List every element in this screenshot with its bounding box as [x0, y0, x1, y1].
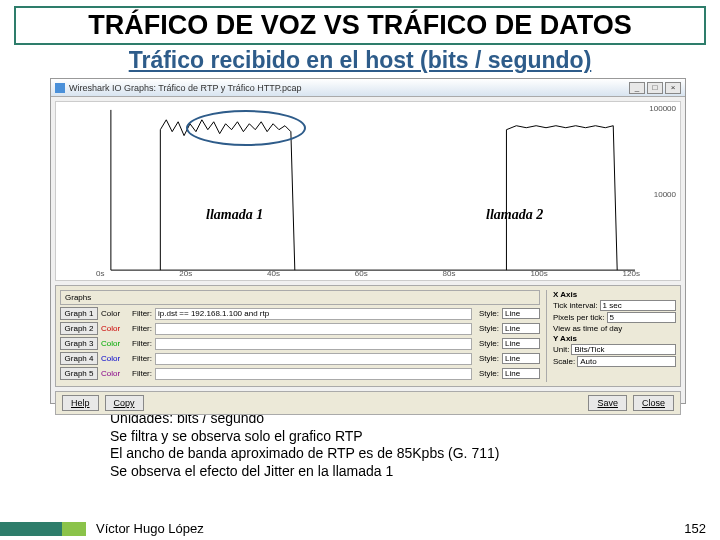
filter-label: Filter:	[132, 339, 152, 348]
filter-input[interactable]: ip.dst == 192.168.1.100 and rtp	[155, 308, 472, 320]
graph-row: Graph 4ColorFilter:Style:Line	[60, 352, 540, 365]
filter-label: Filter:	[132, 354, 152, 363]
style-label: Style:	[479, 354, 499, 363]
color-label: Color	[101, 309, 129, 318]
close-button[interactable]: ×	[665, 82, 681, 94]
close-dialog-button[interactable]: Close	[633, 395, 674, 411]
filter-label: Filter:	[132, 324, 152, 333]
graph-toggle-button[interactable]: Graph 4	[60, 352, 98, 365]
footer-color-bar	[0, 522, 86, 536]
pixels-per-tick-label: Pixels per tick:	[553, 313, 605, 322]
style-label: Style:	[479, 369, 499, 378]
style-select[interactable]: Line	[502, 308, 540, 319]
unit-select[interactable]: Bits/Tick	[571, 344, 676, 355]
style-select[interactable]: Line	[502, 368, 540, 379]
slide-footer: Víctor Hugo López 152	[0, 521, 720, 536]
copy-button[interactable]: Copy	[105, 395, 144, 411]
page-subtitle: Tráfico recibido en el host (bits / segu…	[0, 47, 720, 74]
color-label: Color	[101, 324, 129, 333]
yaxis-header: Y Axis	[553, 334, 676, 343]
filter-input[interactable]	[155, 323, 472, 335]
chart-label-call1: llamada 1	[206, 207, 263, 223]
x-tick: 0s	[96, 269, 104, 278]
footer-page-number: 152	[684, 521, 706, 536]
graphs-panel: Graphs Graph 1ColorFilter:ip.dst == 192.…	[55, 285, 681, 387]
y-tick: 100000	[649, 104, 676, 113]
y-tick: 10000	[654, 190, 676, 199]
filter-input[interactable]	[155, 368, 472, 380]
graph-row: Graph 2ColorFilter:Style:Line	[60, 322, 540, 335]
minimize-button[interactable]: _	[629, 82, 645, 94]
note-line: El ancho de banda aproximado de RTP es d…	[110, 445, 720, 463]
x-tick: 60s	[355, 269, 368, 278]
graph-row: Graph 3ColorFilter:Style:Line	[60, 337, 540, 350]
x-tick: 40s	[267, 269, 280, 278]
filter-label: Filter:	[132, 369, 152, 378]
unit-label: Unit:	[553, 345, 569, 354]
graph-toggle-button[interactable]: Graph 3	[60, 337, 98, 350]
footer-author: Víctor Hugo López	[96, 521, 684, 536]
graph-row: Graph 1ColorFilter:ip.dst == 192.168.1.1…	[60, 307, 540, 320]
help-button[interactable]: Help	[62, 395, 99, 411]
io-graph-chart: 100000 10000 llamada 1 llamada 2 0s 20s …	[55, 101, 681, 281]
graph-toggle-button[interactable]: Graph 5	[60, 367, 98, 380]
graph-row: Graph 5ColorFilter:Style:Line	[60, 367, 540, 380]
style-label: Style:	[479, 324, 499, 333]
tick-interval-select[interactable]: 1 sec	[600, 300, 676, 311]
style-label: Style:	[479, 309, 499, 318]
maximize-button[interactable]: □	[647, 82, 663, 94]
chart-label-call2: llamada 2	[486, 207, 543, 223]
window-title: Wireshark IO Graphs: Tráfico de RTP y Tr…	[69, 83, 629, 93]
jitter-ellipse-annotation	[186, 110, 306, 146]
x-tick: 80s	[443, 269, 456, 278]
graph-toggle-button[interactable]: Graph 1	[60, 307, 98, 320]
scale-label: Scale:	[553, 357, 575, 366]
page-title: TRÁFICO DE VOZ VS TRÁFICO DE DATOS	[24, 10, 696, 41]
save-button[interactable]: Save	[588, 395, 627, 411]
slide-notes: Unidades: bits / segundo Se filtra y se …	[110, 410, 720, 480]
style-label: Style:	[479, 339, 499, 348]
note-line: Se observa el efecto del Jitter en la ll…	[110, 463, 720, 481]
x-tick: 100s	[530, 269, 547, 278]
color-label: Color	[101, 339, 129, 348]
pixels-per-tick-select[interactable]: 5	[607, 312, 676, 323]
graphs-header: Graphs	[60, 290, 540, 305]
style-select[interactable]: Line	[502, 353, 540, 364]
style-select[interactable]: Line	[502, 338, 540, 349]
note-line: Se filtra y se observa solo el grafico R…	[110, 428, 720, 446]
chart-svg	[56, 102, 680, 280]
filter-input[interactable]	[155, 338, 472, 350]
filter-input[interactable]	[155, 353, 472, 365]
window-titlebar: Wireshark IO Graphs: Tráfico de RTP y Tr…	[51, 79, 685, 97]
x-axis-ticks: 0s 20s 40s 60s 80s 100s 120s	[96, 269, 640, 278]
x-tick: 120s	[623, 269, 640, 278]
dialog-buttons: Help Copy Save Close	[55, 391, 681, 415]
x-tick: 20s	[179, 269, 192, 278]
tick-interval-label: Tick interval:	[553, 301, 598, 310]
color-label: Color	[101, 354, 129, 363]
title-box: TRÁFICO DE VOZ VS TRÁFICO DE DATOS	[14, 6, 706, 45]
graph-toggle-button[interactable]: Graph 2	[60, 322, 98, 335]
app-icon	[55, 83, 65, 93]
scale-select[interactable]: Auto	[577, 356, 676, 367]
wireshark-window: Wireshark IO Graphs: Tráfico de RTP y Tr…	[50, 78, 686, 404]
style-select[interactable]: Line	[502, 323, 540, 334]
view-time-label: View as time of day	[553, 324, 622, 333]
xaxis-header: X Axis	[553, 290, 676, 299]
filter-label: Filter:	[132, 309, 152, 318]
color-label: Color	[101, 369, 129, 378]
